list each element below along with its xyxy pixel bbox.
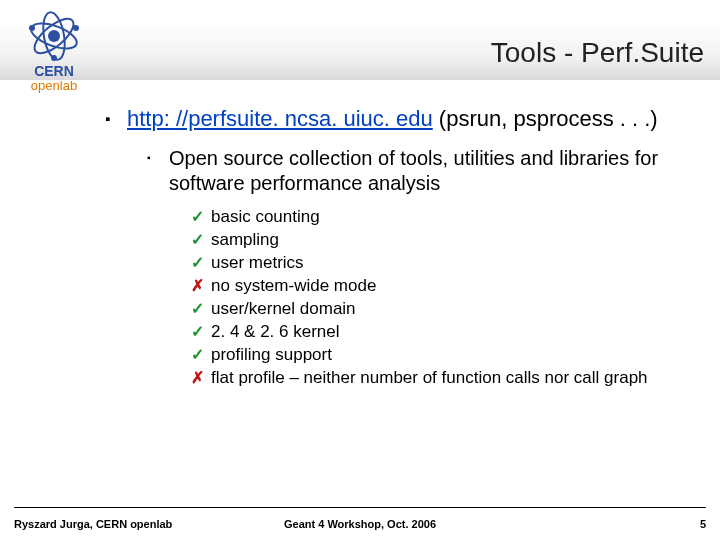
- feature-text: user metrics: [211, 253, 304, 272]
- feature-item: ✓user metrics: [191, 252, 695, 275]
- footer: Ryszard Jurga, CERN openlab Geant 4 Work…: [0, 518, 720, 530]
- svg-point-0: [48, 30, 60, 42]
- footer-event: Geant 4 Workshop, Oct. 2006: [0, 518, 720, 530]
- logo-text-cern: CERN: [34, 63, 74, 79]
- checkmark-icon: ✓: [191, 321, 204, 343]
- crossmark-icon: ✗: [191, 367, 204, 389]
- feature-item: ✓2. 4 & 2. 6 kernel: [191, 321, 695, 344]
- feature-item: ✗flat profile – neither number of functi…: [191, 367, 695, 390]
- bullet-list-level1: http: //perfsuite. ncsa. uiuc. edu (psru…: [105, 106, 695, 390]
- perfsuite-link[interactable]: http: //perfsuite. ncsa. uiuc. edu: [127, 106, 433, 131]
- feature-text: profiling support: [211, 345, 332, 364]
- perfsuite-tail: (psrun, psprocess . . .): [433, 106, 658, 131]
- feature-list: ✓basic counting✓sampling✓user metrics✗no…: [169, 206, 695, 390]
- feature-text: flat profile – neither number of functio…: [211, 368, 648, 387]
- footer-rule: [14, 507, 706, 508]
- body: http: //perfsuite. ncsa. uiuc. edu (psru…: [105, 106, 695, 400]
- svg-point-5: [73, 25, 79, 31]
- slide-title: Tools - Perf.Suite: [491, 37, 704, 69]
- feature-item: ✗no system-wide mode: [191, 275, 695, 298]
- checkmark-icon: ✓: [191, 206, 204, 228]
- feature-text: user/kernel domain: [211, 299, 356, 318]
- crossmark-icon: ✗: [191, 275, 204, 297]
- checkmark-icon: ✓: [191, 229, 204, 251]
- svg-point-6: [51, 55, 57, 61]
- cern-openlab-logo: CERN openlab: [8, 6, 100, 94]
- feature-item: ✓user/kernel domain: [191, 298, 695, 321]
- feature-item: ✓sampling: [191, 229, 695, 252]
- feature-text: basic counting: [211, 207, 320, 226]
- checkmark-icon: ✓: [191, 252, 204, 274]
- svg-point-4: [29, 25, 35, 31]
- logo-text-openlab: openlab: [31, 78, 77, 93]
- description-text: Open source collection of tools, utiliti…: [169, 147, 658, 194]
- slide: Tools - Perf.Suite CERN openlab http: //…: [0, 0, 720, 540]
- feature-text: sampling: [211, 230, 279, 249]
- bullet-description: Open source collection of tools, utiliti…: [147, 146, 695, 390]
- feature-text: no system-wide mode: [211, 276, 376, 295]
- feature-item: ✓profiling support: [191, 344, 695, 367]
- feature-text: 2. 4 & 2. 6 kernel: [211, 322, 340, 341]
- feature-item: ✓basic counting: [191, 206, 695, 229]
- checkmark-icon: ✓: [191, 344, 204, 366]
- bullet-list-level2: Open source collection of tools, utiliti…: [127, 146, 695, 390]
- bullet-perfsuite-link: http: //perfsuite. ncsa. uiuc. edu (psru…: [105, 106, 695, 390]
- checkmark-icon: ✓: [191, 298, 204, 320]
- header-band: Tools - Perf.Suite: [0, 26, 720, 80]
